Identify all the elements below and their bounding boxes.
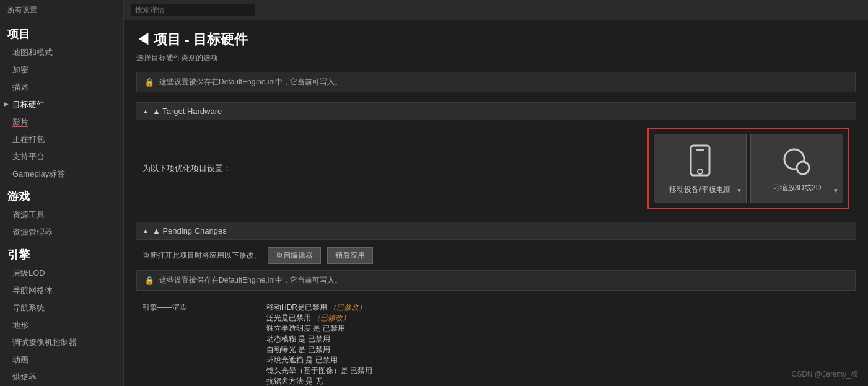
- sidebar-item-gameplay-tags[interactable]: Gameplay标签: [0, 165, 123, 183]
- target-hardware-row: 为以下项优化项目设置： 移动设备/平板电脑 ▼: [136, 128, 856, 209]
- search-input[interactable]: [131, 4, 255, 16]
- sidebar-item-packaging[interactable]: 正在打包: [0, 131, 123, 148]
- sidebar-item-nav-mesh[interactable]: 导航网格体: [0, 282, 123, 299]
- section-collapse-arrow[interactable]: ▲: [142, 108, 149, 115]
- sidebar-item-encryption[interactable]: 加密: [0, 61, 123, 79]
- hardware-buttons-group: 移动设备/平板电脑 ▼ 可缩放3D或2D ▼: [647, 128, 849, 209]
- svg-rect-1: [696, 149, 704, 151]
- restart-editor-button[interactable]: 重启编辑器: [268, 247, 321, 264]
- svg-point-2: [698, 169, 703, 174]
- sidebar-item-hlod[interactable]: 层级LOD: [0, 265, 123, 282]
- sidebar-item-movies[interactable]: 影片: [0, 113, 123, 131]
- hw-btn-mobile-label: 移动设备/平板电脑: [669, 185, 730, 195]
- target-hardware-section-header: ▲ ▲ Target Hardware: [136, 102, 856, 120]
- sidebar-item-maps-modes[interactable]: 地图和模式: [0, 44, 123, 61]
- change-val-bloom: 泛光是已禁用: [266, 314, 313, 322]
- change-val-ao: 环境光遮挡 是 已禁用: [266, 356, 338, 364]
- pending-lock-icon: 🔒: [144, 276, 154, 285]
- footer-watermark: CSDN @Jeremy_权: [791, 369, 858, 380]
- change-values-render: 移动HDR是已禁用 （已修改） 泛光是已禁用 （已修改） 独立半透明度 是 已禁…: [260, 300, 856, 386]
- pending-changes-title: ▲ Pending Changes: [152, 226, 227, 235]
- sidebar-item-terrain[interactable]: 地形: [0, 317, 123, 334]
- pending-collapse-arrow[interactable]: ▲: [142, 227, 149, 234]
- change-val-aa: 抗锯齿方法 是 无: [266, 377, 323, 385]
- scalable-icon-wrapper: [782, 147, 812, 177]
- pending-changes-section: ▲ ▲ Pending Changes 重新打开此项目时将应用以下修改。 重启编…: [136, 222, 856, 386]
- apply-later-button[interactable]: 稍后应用: [327, 247, 373, 264]
- pending-desc-row: 重新打开此项目时将应用以下修改。 重启编辑器 稍后应用: [136, 247, 856, 264]
- sidebar-item-baker[interactable]: 烘焙器: [0, 369, 123, 386]
- hw-btn-dropdown-arrow-1[interactable]: ▼: [736, 187, 742, 194]
- hw-btn-mobile-tablet[interactable]: 移动设备/平板电脑 ▼: [654, 134, 747, 203]
- sidebar-item-target-hardware[interactable]: 目标硬件: [0, 96, 123, 113]
- pending-info-bar: 🔒 这些设置被保存在DefaultEngine.ini中，它当前可写入。: [136, 270, 856, 291]
- page-subtitle: 选择目标硬件类别的选项: [136, 53, 856, 63]
- table-row: 引擎——渲染 移动HDR是已禁用 （已修改） 泛光是已禁用 （已修改） 独立半透…: [136, 300, 856, 386]
- sidebar-item-asset-tools[interactable]: 资源工具: [0, 206, 123, 224]
- top-info-bar: 🔒 这些设置被保存在DefaultEngine.ini中，它当前可写入。: [136, 72, 856, 92]
- pending-info-text: 这些设置被保存在DefaultEngine.ini中，它当前可写入。: [159, 275, 342, 286]
- sidebar-item-animation[interactable]: 动画: [0, 351, 123, 369]
- sidebar-section-game: 游戏: [0, 183, 123, 206]
- content-area: ◀ 项目 - 目标硬件 选择目标硬件类别的选项 🔒 这些设置被保存在Defaul…: [124, 20, 868, 386]
- phone-icon: [688, 144, 712, 177]
- pending-desc-text: 重新打开此项目时将应用以下修改。: [142, 250, 261, 261]
- hw-btn-scalable-label: 可缩放3D或2D: [773, 183, 822, 193]
- svg-point-4: [797, 162, 809, 174]
- info-bar-text: 这些设置被保存在DefaultEngine.ini中，它当前可写入。: [159, 77, 342, 87]
- change-val-motionblur: 动态模糊 是 已禁用: [266, 335, 330, 343]
- sidebar-all-settings[interactable]: 所有设置: [0, 0, 123, 20]
- main-content: ◀ 项目 - 目标硬件 选择目标硬件类别的选项 🔒 这些设置被保存在Defaul…: [124, 0, 868, 386]
- hw-btn-dropdown-arrow-2[interactable]: ▼: [833, 187, 839, 194]
- lock-icon: 🔒: [144, 77, 154, 87]
- change-val-mobile-hdr: 移动HDR是已禁用: [266, 303, 329, 312]
- scalable-icon: [782, 147, 812, 177]
- sidebar-item-asset-manager[interactable]: 资源管理器: [0, 224, 123, 241]
- search-bar: [124, 0, 868, 20]
- sidebar-item-platforms[interactable]: 支持平台: [0, 148, 123, 165]
- sidebar-item-debug-camera[interactable]: 调试摄像机控制器: [0, 334, 123, 351]
- target-hardware-title: ▲ Target Hardware: [152, 107, 222, 116]
- modified-tag-2: （已修改）: [313, 314, 350, 322]
- th-row-label: 为以下项优化项目设置：: [142, 163, 647, 174]
- changes-table: 引擎——渲染 移动HDR是已禁用 （已修改） 泛光是已禁用 （已修改） 独立半透…: [136, 300, 856, 386]
- change-category-render: 引擎——渲染: [136, 300, 260, 386]
- sidebar-item-nav-system[interactable]: 导航系统: [0, 299, 123, 317]
- modified-tag-1: （已修改）: [329, 303, 366, 312]
- sidebar: 所有设置 项目 地图和模式 加密 描述 目标硬件 影片 正在打包 支持平台 Ga…: [0, 0, 124, 386]
- change-val-autoexposure: 自动曝光 是 已禁用: [266, 345, 330, 354]
- sidebar-item-description[interactable]: 描述: [0, 79, 123, 96]
- page-title: ◀ 项目 - 目标硬件: [136, 30, 856, 49]
- change-val-lensflare: 镜头光晕（基于图像）是 已禁用: [266, 366, 372, 375]
- sidebar-section-project: 项目: [0, 20, 123, 44]
- pending-changes-header: ▲ ▲ Pending Changes: [136, 222, 856, 240]
- sidebar-section-engine: 引擎: [0, 241, 123, 265]
- phone-icon-wrapper: [688, 144, 712, 178]
- change-val-translucency: 独立半透明度 是 已禁用: [266, 324, 345, 333]
- hw-btn-scalable[interactable]: 可缩放3D或2D ▼: [750, 134, 843, 203]
